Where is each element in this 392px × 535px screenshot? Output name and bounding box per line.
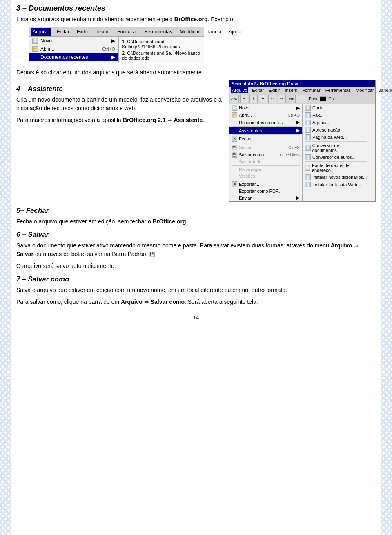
draw-sep5 <box>232 180 300 180</box>
section4-body2: Para maiores informações veja a apostila… <box>16 116 222 125</box>
page-number: 14 <box>16 314 376 321</box>
submenu-item-2[interactable]: 2: C:\Documents and Se...\Novo banco de … <box>122 50 200 61</box>
section4-twocol: 4 – Assistente Cria um novo documento a … <box>16 80 376 202</box>
draw-menu-editar[interactable]: Editar <box>251 87 265 93</box>
right-sep2 <box>305 161 368 162</box>
draw-item-recarregar[interactable]: Recarregar <box>229 166 302 173</box>
toolbar-abc[interactable]: ABC <box>231 95 239 103</box>
submenu-item-1[interactable]: 1: C:\Documents and Settings\R14866...\f… <box>122 38 200 50</box>
draw-abrir-icon: 📂 <box>232 112 237 118</box>
right-item-apresentacao[interactable]: 📄 Apresentação... <box>303 126 370 134</box>
right-agenda-icon: 📄 <box>305 120 311 125</box>
draw-menu-left: 📄 Novo ▶ 📂 Abrir... Ctrl+O Documentos re… <box>229 104 303 201</box>
menu1-janela[interactable]: Janela <box>205 28 223 36</box>
right-border <box>381 0 392 535</box>
right-item-fonte-dados[interactable]: 📄 Fonte de dados de endereço... <box>303 162 370 174</box>
section6-heading: 6 – Salvar <box>16 231 376 239</box>
menu1-editar[interactable]: Editar <box>55 28 71 36</box>
section6-body1: Salva o documento que estiver ativo mant… <box>16 241 376 259</box>
draw-item-docs[interactable]: Documentos recentes ▶ <box>229 119 302 126</box>
draw-salvarcomo-icon: 💾 <box>232 152 237 158</box>
toolbar-redo[interactable]: ↷ <box>278 95 286 103</box>
menu1-item-abrir[interactable]: 📂 Abrir... Ctrl+O <box>29 45 118 53</box>
menu1-bar: Arquivo Editar Exibir Inserir Formatar F… <box>29 27 204 37</box>
draw-item-salvar-tudo[interactable]: Salvar tudo <box>229 158 302 165</box>
draw-menu-right: 📄 Carta... 📄 Fax... 📄 Agenda... 📄 <box>303 104 370 201</box>
draw-novo-icon: 📄 <box>232 105 237 111</box>
draw-toolbar: ABC ✂ ⎘ ▼ ↶ ↷ cm Preto Cor <box>229 94 375 104</box>
draw-body: 📄 Novo ▶ 📂 Abrir... Ctrl+O Documentos re… <box>229 104 375 201</box>
menu1-arquivo[interactable]: Arquivo <box>31 28 51 36</box>
right-convdocs-icon: 📄 <box>305 145 311 151</box>
draw-sep4 <box>232 165 300 166</box>
section6-body2: O arquivo será salvo automaticamente. <box>16 262 376 270</box>
draw-item-fechar[interactable]: ✕ Fechar <box>229 135 302 143</box>
right-fontedados-icon: 📄 <box>305 165 310 171</box>
draw-titlebar: Sem titulo2 - BrOffice.org Draw <box>229 80 375 87</box>
menu1-ferramentas[interactable]: Ferramentas <box>143 28 174 36</box>
menu1-inserir[interactable]: Inserir <box>94 28 112 36</box>
section7-body2: Para salvar como, clique na barra de em … <box>16 298 376 306</box>
right-item-instalar-dic[interactable]: 📄 Instalar novos dicionários... <box>303 174 370 181</box>
menu1-screenshot: Arquivo Editar Exibir Inserir Formatar F… <box>29 27 204 63</box>
right-instalarfontes-icon: 📄 <box>305 182 311 187</box>
right-carta-icon: 📄 <box>305 105 311 111</box>
section3-intro: Lista os arquivos que tenham sido aberto… <box>16 15 376 24</box>
right-item-conversor-euros[interactable]: 📄 Conversor de euros... <box>303 154 370 161</box>
right-fax-icon: 📄 <box>305 112 311 118</box>
draw-sep1 <box>232 126 300 127</box>
right-item-agenda[interactable]: 📄 Agenda... <box>303 119 370 126</box>
section3-heading: 3 – Documentos recentes <box>16 4 376 13</box>
toolbar-black-label: Preto <box>309 97 318 101</box>
toolbar-cor-label: Cor <box>328 97 335 101</box>
draw-item-enviar[interactable]: Enviar ▶ <box>229 194 302 201</box>
section4-body1: Cria um novo documento a partir de um mo… <box>16 96 222 113</box>
section7-body1: Salva o arquivo que estiver em edição co… <box>16 286 376 294</box>
right-item-pagina-web[interactable]: 📄 Página da Web... <box>303 134 370 141</box>
menu1-body: 📄 Novo ▶ 📂 Abrir... Ctrl+O Documentos re… <box>29 37 204 63</box>
toolbar-paste-arrow[interactable]: ▼ <box>259 95 267 103</box>
draw-item-exportar[interactable]: ↗ Exportar... <box>229 181 302 188</box>
section7-heading: 7 – Salvar como <box>16 275 376 283</box>
right-sep1 <box>305 141 368 142</box>
draw-item-exportar-pdf[interactable]: Exportar como PDF... <box>229 188 302 194</box>
draw-item-salvar-como[interactable]: 💾 Salvar como... Ctrl+Shift+S <box>229 151 302 158</box>
draw-menu-inserir[interactable]: Inserir <box>284 87 299 93</box>
menu1-item-novo[interactable]: 📄 Novo ▶ <box>29 37 118 45</box>
toolbar-cut[interactable]: ✂ <box>240 95 248 103</box>
right-item-fax[interactable]: 📄 Fax... <box>303 111 370 119</box>
toolbar-color-box[interactable] <box>320 96 326 101</box>
draw-item-salvar[interactable]: 💾 Salvar Ctrl+S <box>229 144 302 151</box>
draw-item-abrir[interactable]: 📂 Abrir... Ctrl+O <box>229 111 302 119</box>
draw-menu-exibir[interactable]: Exibir <box>267 87 281 93</box>
menu1-exibir[interactable]: Exibir <box>75 28 91 36</box>
draw-salvar-icon: 💾 <box>232 145 237 150</box>
right-item-carta[interactable]: 📄 Carta... <box>303 104 370 111</box>
toolbar-undo[interactable]: ↶ <box>268 95 276 103</box>
draw-item-novo[interactable]: 📄 Novo ▶ <box>229 104 302 111</box>
section5-heading: 5– Fechar <box>16 207 376 215</box>
toolbar-copy[interactable]: ⎘ <box>249 95 258 103</box>
draw-menu-formatar[interactable]: Formatar <box>301 87 322 93</box>
toolbar-cm-label: cm <box>289 97 294 101</box>
draw-screenshot: Sem titulo2 - BrOffice.org Draw Arquivo … <box>229 80 376 202</box>
section4-left: 4 – Assistente Cria um novo documento a … <box>16 80 222 202</box>
section5-body1: Fecha o arquivo que estiver em edição, s… <box>16 217 376 226</box>
draw-item-versoes[interactable]: Versões... <box>229 173 302 179</box>
abrir-icon: 📂 <box>32 46 38 52</box>
toolbar-cm-field[interactable] <box>295 95 307 103</box>
menu1-submenu: 1: C:\Documents and Settings\R14866...\f… <box>119 37 204 63</box>
menu1-formatar[interactable]: Formatar <box>115 28 139 36</box>
section4-heading: 4 – Assistente <box>16 85 222 93</box>
draw-menu-arquivo[interactable]: Arquivo <box>231 87 248 93</box>
right-conveuros-icon: 📄 <box>305 154 311 160</box>
menu1-item-docs-recentes[interactable]: Documentos recentes ▶ <box>29 53 118 61</box>
draw-menu-ferramentas[interactable]: Ferramentas <box>324 87 352 93</box>
draw-item-assistentes[interactable]: Assistentes ▶ <box>229 127 302 134</box>
right-item-instalar-fontes[interactable]: 📄 Instalar fontes da Web... <box>303 181 370 188</box>
draw-menu-modificar[interactable]: Modificar <box>354 87 375 93</box>
right-item-conversor-docs[interactable]: 📄 Conversor de documentos... <box>303 142 370 154</box>
menu1-left: 📄 Novo ▶ 📂 Abrir... Ctrl+O Documentos re… <box>29 37 119 63</box>
menu1-modificar[interactable]: Modificar <box>178 28 202 36</box>
menu1-ajuda[interactable]: Ajuda <box>227 28 243 36</box>
